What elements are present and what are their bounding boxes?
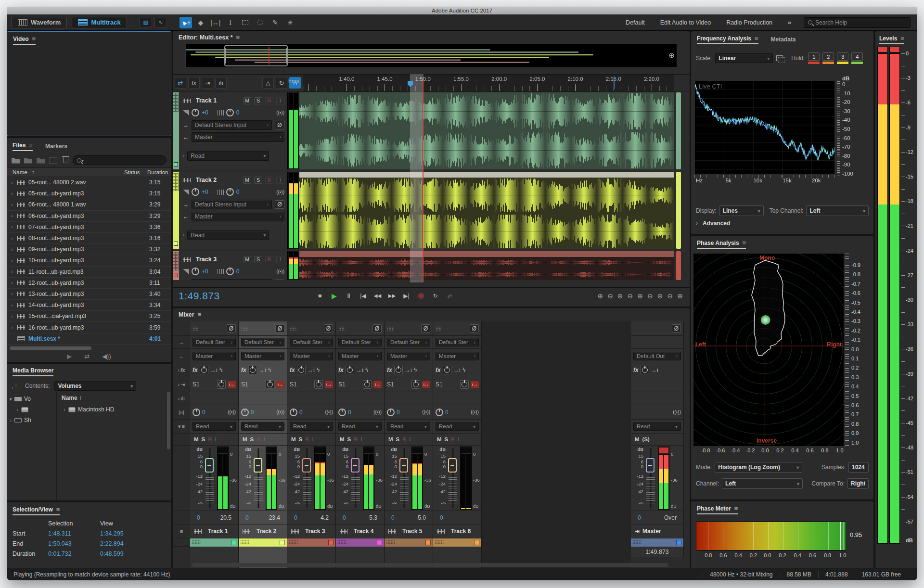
time-format-label[interactable]: hms xyxy=(288,78,299,85)
phase-invert-button[interactable]: Ø xyxy=(470,324,479,332)
tree-item-volumes[interactable]: ▾Vo xyxy=(7,394,56,404)
zoom-button-3[interactable]: ⊕ xyxy=(617,292,623,300)
expand-chevron-icon[interactable]: › xyxy=(7,180,17,185)
fader-handle[interactable] xyxy=(254,458,262,473)
strip-color-bar[interactable] xyxy=(190,538,238,547)
zoom-button-8[interactable]: ⊖ xyxy=(667,292,673,300)
strip-output-select[interactable]: Master› xyxy=(241,352,284,360)
arm-record-button[interactable]: R xyxy=(305,436,309,442)
pre-fader-icon[interactable]: →ı xyxy=(210,367,218,373)
freeze-icon[interactable]: ϟ xyxy=(365,367,368,373)
send-prefader-button[interactable]: ı→ xyxy=(422,381,430,388)
volume-fader[interactable] xyxy=(205,447,215,510)
strip-color-bar[interactable] xyxy=(433,538,481,547)
expand-chevron-icon[interactable]: › xyxy=(7,224,17,230)
auto-play-speaker-icon[interactable]: ◀)) xyxy=(102,353,111,360)
pre-fader-icon[interactable]: →ı xyxy=(308,367,315,373)
expand-chevron-icon[interactable]: › xyxy=(7,202,17,207)
strip-output-select[interactable]: Master› xyxy=(338,352,382,360)
mode-select[interactable]: Histogram (Log Zoom)▾ xyxy=(715,462,802,473)
expand-chevron-icon[interactable]: › xyxy=(7,258,17,263)
send-prefader-button[interactable]: ı→ xyxy=(325,381,333,388)
pan-value[interactable]: 0 xyxy=(397,409,400,416)
strip-input-select[interactable]: Default Ster› xyxy=(387,338,430,346)
session-overview-navigator[interactable]: ⊕ xyxy=(185,44,677,68)
file-row[interactable]: ›15-root...cial-yard.mp33:25 xyxy=(7,311,171,322)
fx-power-button[interactable] xyxy=(200,366,208,374)
monitor-input-button[interactable]: I xyxy=(276,256,284,263)
monitor-input-button[interactable]: I xyxy=(264,436,265,442)
paintbrush-tool[interactable]: ✎ xyxy=(269,17,282,28)
tab-files[interactable]: Files≡ xyxy=(13,141,33,151)
fx-icon[interactable]: fx xyxy=(192,367,198,373)
selection-duration-value[interactable]: 0:01.732 xyxy=(48,550,100,557)
arm-record-button[interactable]: R xyxy=(354,436,358,442)
file-row[interactable]: ›11-root...ub-yard.mp33:04 xyxy=(7,267,171,278)
strip-volume-value[interactable]: 0 xyxy=(638,514,641,521)
workspace-overflow-button[interactable]: » xyxy=(781,17,798,28)
phase-invert-button[interactable]: Ø xyxy=(275,280,284,281)
solo-button[interactable]: S xyxy=(202,436,205,442)
pan-value[interactable]: 0 xyxy=(445,409,449,416)
record-button[interactable] xyxy=(414,290,427,302)
routing-icon[interactable]: ⇥ xyxy=(202,77,213,89)
file-row[interactable]: ›05-root...ub-yard.mp33:15 xyxy=(7,188,171,199)
compare-to-select[interactable]: Right xyxy=(847,478,869,489)
automation-mode-select[interactable]: Read▾ xyxy=(187,151,269,161)
play-button[interactable]: ▶ xyxy=(328,290,341,302)
zoom-button-5[interactable]: ⊕ xyxy=(637,292,643,300)
marquee-selection-tool[interactable] xyxy=(239,17,252,28)
panel-menu-icon[interactable]: ≡ xyxy=(236,34,240,41)
strip-grip[interactable] xyxy=(338,326,345,331)
zoom-button-2[interactable]: ⊖ xyxy=(607,292,613,300)
file-row[interactable]: ›12-root...ub-yard.mp33:11 xyxy=(7,278,171,289)
tab-frequency-analysis[interactable]: Frequency Analysis≡ xyxy=(697,35,758,44)
panel-menu-icon[interactable]: ≡ xyxy=(743,239,746,246)
fx-power-button[interactable] xyxy=(394,366,403,374)
pre-fader-icon[interactable]: →ı xyxy=(356,367,363,373)
fx-icon[interactable]: fx xyxy=(338,367,344,373)
expand-automation-icon[interactable]: › xyxy=(183,232,184,238)
panel-menu-icon[interactable]: ≡ xyxy=(755,35,758,42)
expand-chevron-icon[interactable]: › xyxy=(7,291,17,296)
track-output-select[interactable]: Master› xyxy=(192,132,284,142)
file-row[interactable]: ›16-root...ub-yard.mp33:59 xyxy=(7,322,171,333)
send-power-button[interactable] xyxy=(411,380,420,389)
spot-healing-tool[interactable]: ✳ xyxy=(284,17,296,28)
volume-value[interactable]: +0 xyxy=(202,268,208,275)
pan-knob[interactable] xyxy=(241,409,249,416)
monitor-input-button[interactable]: I xyxy=(312,436,314,442)
track-color-strip[interactable] xyxy=(173,251,179,280)
tree-item-macintosh-hd[interactable]: › xyxy=(7,404,56,415)
automation-mode-select[interactable]: Read▾ xyxy=(436,422,479,431)
files-column-header[interactable]: Name ↑ Status Duration xyxy=(7,167,171,177)
loop-playback-button[interactable]: ↻ xyxy=(429,290,442,302)
overview-zoom-bracket[interactable] xyxy=(224,45,288,66)
open-file-icon[interactable] xyxy=(12,157,20,164)
track-input-select[interactable]: Default Stereo Input› xyxy=(192,120,272,130)
display-select[interactable]: Lines▾ xyxy=(719,205,764,216)
expand-chevron-icon[interactable]: › xyxy=(7,303,17,308)
file-row[interactable]: ›06-root... 48000 1.wav3:29 xyxy=(7,199,171,210)
fx-icon[interactable]: fx xyxy=(633,367,639,373)
arm-record-button[interactable]: R xyxy=(402,436,406,442)
volume-fader[interactable] xyxy=(302,447,312,510)
metering-icon[interactable]: ılı xyxy=(215,77,227,89)
hold-button-4[interactable]: 4 xyxy=(851,52,863,64)
fx-power-button[interactable] xyxy=(641,366,649,374)
overdub-icon[interactable]: ↻ xyxy=(276,77,287,89)
strip-volume-value[interactable]: 0 xyxy=(343,514,346,521)
strip-color-bar[interactable] xyxy=(287,538,335,547)
top-channel-select[interactable]: Left▾ xyxy=(806,205,869,216)
pan-value[interactable]: 0 xyxy=(251,409,254,416)
solo-button[interactable]: S xyxy=(250,436,254,442)
track-color-strip[interactable] xyxy=(173,92,179,169)
zoom-button-7[interactable]: ⊕ xyxy=(657,292,663,300)
automation-mode-select[interactable]: Read▾ xyxy=(192,422,236,431)
automation-mode-select[interactable]: Read▾ xyxy=(387,422,430,431)
tab-markers[interactable]: Markers xyxy=(45,143,67,150)
metronome-icon[interactable]: △ xyxy=(262,77,274,89)
pre-fader-icon[interactable]: →ı xyxy=(259,367,266,373)
pan-value[interactable]: 0 xyxy=(236,189,240,195)
copy-graph-icon[interactable] xyxy=(776,55,783,61)
